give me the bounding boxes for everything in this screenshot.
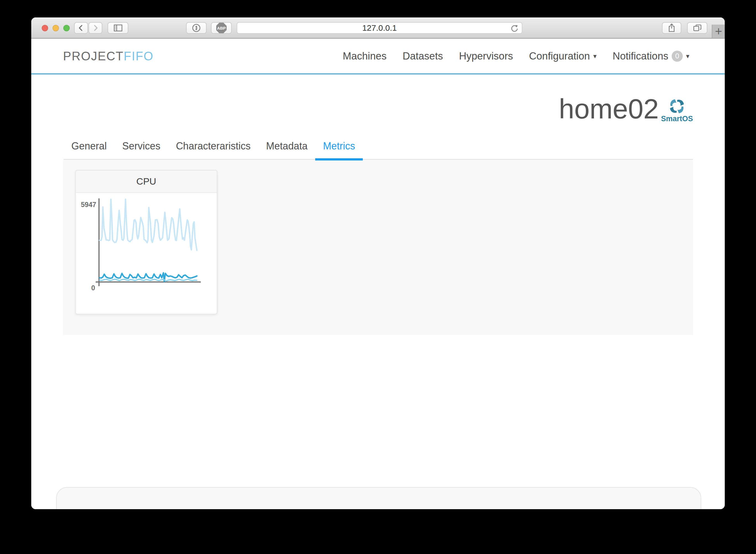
series-cpu-low xyxy=(100,279,197,281)
tab-bar: General Services Characteraristics Metad… xyxy=(64,136,693,160)
browser-window: ABP 127.0.0.1 xyxy=(31,17,725,509)
new-tab-button[interactable]: + xyxy=(712,24,725,38)
tab-general[interactable]: General xyxy=(64,136,115,159)
chevron-left-icon xyxy=(77,23,85,33)
chart-series xyxy=(100,199,197,281)
share-icon xyxy=(668,23,676,33)
adblock-extension-button[interactable]: ABP xyxy=(211,22,232,34)
abp-octagon-icon: ABP xyxy=(216,23,227,33)
title-row: home02 SmartOS xyxy=(63,74,693,123)
series-cpu-peak xyxy=(100,199,197,251)
cpu-card-title: CPU xyxy=(76,170,217,193)
page-content: PROJECTFIFO Machines Datasets Hypervisor… xyxy=(31,39,725,509)
forward-button[interactable] xyxy=(88,22,102,34)
nav-item-machines[interactable]: Machines xyxy=(343,50,387,62)
metrics-panel: CPU 5947 0 xyxy=(63,160,693,335)
tab-metadata[interactable]: Metadata xyxy=(258,136,315,159)
window-controls xyxy=(42,25,70,31)
nav-item-datasets[interactable]: Datasets xyxy=(402,50,443,62)
tab-label: Characteraristics xyxy=(176,140,251,152)
reload-button[interactable] xyxy=(510,24,519,34)
sidebar-toggle-button[interactable] xyxy=(108,22,128,34)
page-container: home02 SmartOS xyxy=(63,74,693,335)
nav-label: Datasets xyxy=(402,50,443,62)
zoom-window-button[interactable] xyxy=(63,25,70,31)
page-title: home02 xyxy=(559,94,659,123)
smartos-pinwheel-icon xyxy=(669,99,685,115)
site-header: PROJECTFIFO Machines Datasets Hypervisor… xyxy=(31,39,725,74)
logo-part-fifo: FIFO xyxy=(124,49,153,63)
plus-icon: + xyxy=(715,24,722,38)
logo-part-project: PROJECT xyxy=(63,49,124,63)
back-button[interactable] xyxy=(74,22,88,34)
keyhole-icon xyxy=(191,23,201,33)
nav-label: Configuration xyxy=(529,50,590,62)
tab-label: Metrics xyxy=(323,140,355,152)
minimize-window-button[interactable] xyxy=(53,25,59,31)
nav-item-hypervisors[interactable]: Hypervisors xyxy=(459,50,513,62)
notifications-count-badge: 0 xyxy=(672,51,683,62)
onepassword-extension-button[interactable] xyxy=(186,22,206,34)
chevron-right-icon xyxy=(91,23,100,33)
nav-label: Notifications xyxy=(613,50,668,62)
tab-label: Services xyxy=(122,140,161,152)
sidebar-icon xyxy=(113,24,123,32)
chevron-down-icon: ▾ xyxy=(686,52,689,60)
tab-services[interactable]: Services xyxy=(115,136,168,159)
smartos-logo: SmartOS xyxy=(661,99,693,123)
y-max-label: 5947 xyxy=(81,201,96,208)
tab-label: General xyxy=(71,140,107,152)
main-nav: Machines Datasets Hypervisors Configurat… xyxy=(343,50,689,62)
tab-characteraristics[interactable]: Characteraristics xyxy=(168,136,258,159)
tab-label: Metadata xyxy=(266,140,308,152)
share-button[interactable] xyxy=(662,22,681,34)
address-bar[interactable]: 127.0.0.1 xyxy=(237,22,522,34)
smartos-label: SmartOS xyxy=(661,115,693,123)
tab-metrics[interactable]: Metrics xyxy=(315,136,363,159)
y-min-label: 0 xyxy=(91,284,95,292)
close-window-button[interactable] xyxy=(42,25,48,31)
nav-label: Machines xyxy=(343,50,387,62)
url-text: 127.0.0.1 xyxy=(362,23,397,33)
chevron-down-icon: ▾ xyxy=(593,52,596,60)
cpu-chart-svg: 5947 0 xyxy=(76,193,217,314)
cpu-chart: 5947 0 xyxy=(76,193,217,314)
abp-label: ABP xyxy=(217,26,226,31)
nav-label: Hypervisors xyxy=(459,50,513,62)
tab-overview-button[interactable] xyxy=(687,22,707,34)
nav-item-notifications[interactable]: Notifications 0 ▾ xyxy=(613,50,689,62)
cpu-metric-card: CPU 5947 0 xyxy=(75,170,217,314)
projectfifo-logo[interactable]: PROJECTFIFO xyxy=(63,49,154,63)
tabs-icon xyxy=(693,24,702,32)
bottom-panel xyxy=(56,487,701,509)
nav-item-configuration[interactable]: Configuration ▾ xyxy=(529,50,596,62)
browser-toolbar: ABP 127.0.0.1 xyxy=(31,17,725,39)
